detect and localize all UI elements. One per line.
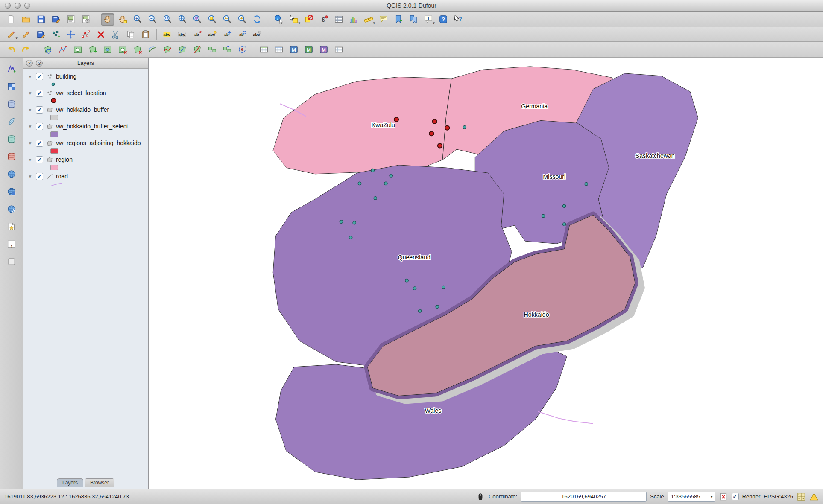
zoom-to-layer-button[interactable]: [190, 13, 204, 26]
close-window-button[interactable]: [5, 3, 11, 9]
layer-visibility-checkbox[interactable]: ✓: [36, 173, 43, 180]
new-shapefile-layer-button[interactable]: [3, 219, 20, 234]
undo-button[interactable]: [4, 44, 18, 56]
crs-status-icon[interactable]: [797, 492, 806, 501]
panel-float-icon[interactable]: ⊙: [36, 60, 43, 67]
delete-ring-button[interactable]: [116, 44, 129, 56]
save-project-as-button[interactable]: [49, 13, 63, 26]
composer-manager-button[interactable]: [79, 13, 93, 26]
zoom-window-button[interactable]: [24, 3, 30, 9]
paste-features-button[interactable]: [139, 28, 152, 41]
zoom-in-button[interactable]: +: [131, 13, 144, 26]
add-ring-button[interactable]: [71, 44, 85, 56]
layer-visibility-checkbox[interactable]: ✓: [36, 73, 43, 80]
plugin-m-blue-button[interactable]: M: [287, 44, 301, 56]
pan-to-selection-button[interactable]: [116, 13, 129, 26]
simplify-feature-button[interactable]: [56, 44, 70, 56]
help-contents-button[interactable]: ?: [436, 13, 450, 26]
tab-browser[interactable]: Browser: [85, 478, 114, 487]
add-oracle-layer-button[interactable]: [3, 149, 20, 164]
scale-combo[interactable]: 1:33565585 ▾: [668, 492, 715, 502]
plugin-m-purple-button[interactable]: M: [317, 44, 331, 56]
plugin-table-blue-button[interactable]: [272, 44, 286, 56]
move-feature-button[interactable]: [64, 28, 78, 41]
delete-part-button[interactable]: [131, 44, 144, 56]
add-wms-layer-button[interactable]: [3, 167, 20, 181]
split-features-button[interactable]: [190, 44, 204, 56]
merge-attributes-button[interactable]: =: [220, 44, 234, 56]
zoom-full-button[interactable]: [176, 13, 189, 26]
add-delimited-text-layer-button[interactable]: ,: [3, 237, 20, 251]
new-bookmark-button[interactable]: [392, 13, 405, 26]
add-part-button[interactable]: [86, 44, 100, 56]
layer-visibility-checkbox[interactable]: ✓: [36, 90, 43, 97]
pan-map-button[interactable]: [101, 13, 114, 26]
refresh-map-button[interactable]: [250, 13, 264, 26]
layer-visibility-checkbox[interactable]: ✓: [36, 123, 43, 130]
map-tips-button[interactable]: [377, 13, 390, 26]
layer-name[interactable]: vw_hokkaido_buffer_select: [56, 123, 128, 130]
rotate-features-button[interactable]: [41, 44, 55, 56]
label-rotate-button[interactable]: ab: [235, 28, 249, 41]
new-memory-layer-button[interactable]: [3, 254, 20, 269]
layer-visibility-checkbox[interactable]: ✓: [36, 140, 43, 147]
messages-icon[interactable]: !: [809, 492, 819, 501]
layer-visibility-checkbox[interactable]: ✓: [36, 106, 43, 114]
layer-visibility-checkbox[interactable]: ✓: [36, 156, 43, 163]
fill-ring-button[interactable]: [101, 44, 114, 56]
deselect-all-button[interactable]: [302, 13, 316, 26]
statistics-button[interactable]: [347, 13, 360, 26]
delete-selected-button[interactable]: [94, 28, 108, 41]
show-bookmarks-button[interactable]: [407, 13, 420, 26]
redo-button[interactable]: [19, 44, 33, 56]
disclosure-triangle-icon[interactable]: ▼: [27, 141, 33, 146]
label-pin-button[interactable]: ab: [190, 28, 204, 41]
split-parts-button[interactable]: [176, 44, 189, 56]
open-project-button[interactable]: [19, 13, 33, 26]
add-vector-layer-button[interactable]: [3, 62, 20, 76]
zoom-last-button[interactable]: [220, 13, 234, 26]
add-postgis-layer-button[interactable]: [3, 97, 20, 111]
layer-labeling-button[interactable]: abc: [161, 28, 174, 41]
merge-features-button[interactable]: [205, 44, 219, 56]
minimize-window-button[interactable]: [15, 3, 21, 9]
add-mssql-layer-button[interactable]: [3, 132, 20, 146]
label-move-button[interactable]: ab: [220, 28, 234, 41]
toggle-editing-button[interactable]: [19, 28, 33, 41]
save-project-button[interactable]: [34, 13, 48, 26]
rotate-point-symbols-button[interactable]: [235, 44, 249, 56]
plugin-m-green-button[interactable]: M: [302, 44, 316, 56]
layer-name[interactable]: vw_hokkaido_buffer: [56, 106, 109, 113]
disclosure-triangle-icon[interactable]: ▼: [27, 74, 33, 79]
disclosure-triangle-icon[interactable]: ▼: [27, 124, 33, 129]
layer-name[interactable]: vw_regions_adjoining_hokkaido: [56, 140, 141, 146]
zoom-native-button[interactable]: 1:1: [161, 13, 174, 26]
disclosure-triangle-icon[interactable]: ▼: [27, 174, 33, 179]
field-calculator-button[interactable]: ε: [317, 13, 331, 26]
zoom-to-selection-button[interactable]: [205, 13, 219, 26]
node-tool-button[interactable]: [79, 28, 93, 41]
add-wfs-layer-button[interactable]: [3, 202, 20, 216]
add-spatialite-layer-button[interactable]: [3, 114, 20, 129]
open-attribute-table-button[interactable]: [332, 13, 346, 26]
disclosure-triangle-icon[interactable]: ▼: [27, 91, 33, 96]
disclosure-triangle-icon[interactable]: ▼: [27, 157, 33, 162]
layer-name[interactable]: vw_select_location: [56, 90, 106, 96]
disclosure-triangle-icon[interactable]: ▼: [27, 108, 33, 112]
select-features-button[interactable]: ▾: [287, 13, 301, 26]
add-feature-button[interactable]: [49, 28, 63, 41]
zoom-next-button[interactable]: [235, 13, 249, 26]
map-canvas[interactable]: KwaZuluGermaniaSaskatchewanMissouriQueen…: [149, 58, 823, 489]
new-print-composer-button[interactable]: [64, 13, 78, 26]
copy-features-button[interactable]: [124, 28, 138, 41]
add-raster-layer-button[interactable]: [3, 79, 20, 94]
layer-name[interactable]: building: [56, 73, 76, 80]
zoom-out-button[interactable]: −: [146, 13, 159, 26]
identify-features-button[interactable]: i: [272, 13, 286, 26]
reshape-features-button[interactable]: [161, 44, 174, 56]
cut-features-button[interactable]: [109, 28, 123, 41]
save-layer-edits-button[interactable]: [34, 28, 48, 41]
render-checkbox[interactable]: ✓: [732, 493, 739, 500]
plugin-table-gray-button[interactable]: [332, 44, 346, 56]
layer-name[interactable]: region: [56, 156, 73, 163]
